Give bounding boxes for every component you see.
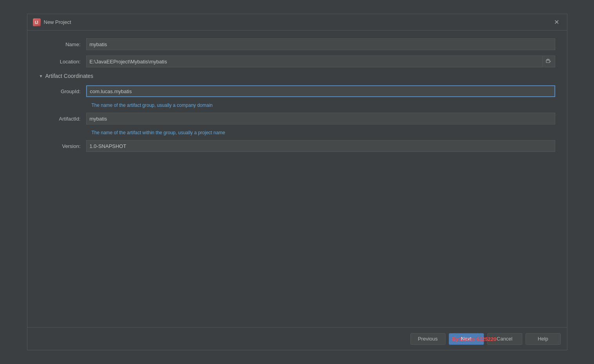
name-input[interactable] <box>86 38 555 50</box>
dialog-overlay: IJ New Project ✕ Name: Location: <box>0 0 594 364</box>
location-row: Location: <box>39 56 555 67</box>
version-label: Version: <box>39 143 86 149</box>
close-button[interactable]: ✕ <box>552 18 562 27</box>
dialog-titlebar: IJ New Project ✕ <box>27 14 567 31</box>
version-row: Version: <box>39 140 555 152</box>
dialog-title-left: IJ New Project <box>33 18 71 26</box>
artifactid-row: ArtifactId: <box>39 113 555 124</box>
watermark-text: By:Lucas-6125220 <box>452 336 496 342</box>
groupid-input[interactable] <box>86 85 555 97</box>
dialog-title: New Project <box>44 19 71 25</box>
artifactid-hint: The name of the artifact within the grou… <box>92 130 555 135</box>
location-label: Location: <box>39 59 86 65</box>
groupid-row: GroupId: <box>39 85 555 97</box>
new-project-dialog: IJ New Project ✕ Name: Location: <box>27 14 567 350</box>
help-button[interactable]: Help <box>525 333 561 345</box>
location-input-group <box>86 56 555 67</box>
app-icon: IJ <box>33 18 41 26</box>
browse-button[interactable] <box>543 56 555 67</box>
name-label: Name: <box>39 41 86 47</box>
version-input[interactable] <box>86 140 555 152</box>
svg-text:IJ: IJ <box>35 20 38 25</box>
artifactid-label: ArtifactId: <box>39 116 86 122</box>
section-toggle-icon[interactable]: ▼ <box>39 74 43 78</box>
dialog-content: Name: Location: <box>27 31 567 327</box>
groupid-label: GroupId: <box>39 88 86 94</box>
previous-button[interactable]: Previous <box>410 333 446 345</box>
name-row: Name: <box>39 38 555 50</box>
location-input[interactable] <box>86 56 543 67</box>
artifactid-input[interactable] <box>86 113 555 124</box>
section-header: ▼ Artifact Coordinates <box>39 73 555 79</box>
section-title: Artifact Coordinates <box>45 73 93 79</box>
groupid-hint: The name of the artifact group, usually … <box>92 103 555 108</box>
dialog-footer: By:Lucas-6125220 Previous Next Cancel He… <box>27 327 567 350</box>
